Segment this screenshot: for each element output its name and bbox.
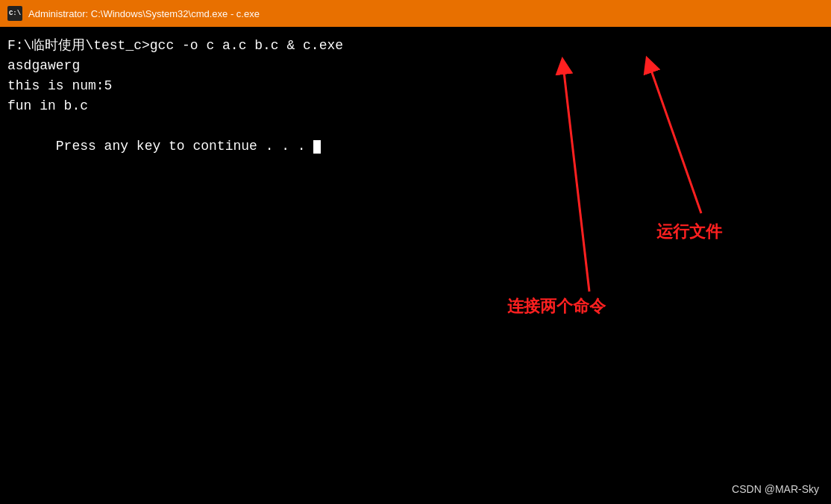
terminal-body[interactable]: F:\临时使用\test_c>gcc -o c a.c b.c & c.exe … — [0, 27, 831, 504]
titlebar: C:\ Administrator: C:\Windows\System32\c… — [0, 0, 831, 27]
annotation-connect-commands: 连接两个命令 — [507, 295, 606, 318]
terminal-line-2: asdgawerg — [7, 56, 824, 76]
terminal-line-1: F:\临时使用\test_c>gcc -o c a.c b.c & c.exe — [7, 36, 824, 56]
titlebar-icon: C:\ — [7, 6, 22, 21]
cmd-window: C:\ Administrator: C:\Windows\System32\c… — [0, 0, 831, 504]
watermark: CSDN @MAR-Sky — [732, 483, 819, 495]
annotation-run-file: 运行文件 — [656, 221, 722, 243]
cursor — [313, 140, 321, 154]
terminal-line-3: this is num:5 — [7, 76, 824, 96]
titlebar-title: Administrator: C:\Windows\System32\cmd.e… — [28, 8, 260, 19]
terminal-line-5: Press any key to continue . . . — [7, 116, 824, 177]
terminal-line-4: fun in b.c — [7, 96, 824, 116]
